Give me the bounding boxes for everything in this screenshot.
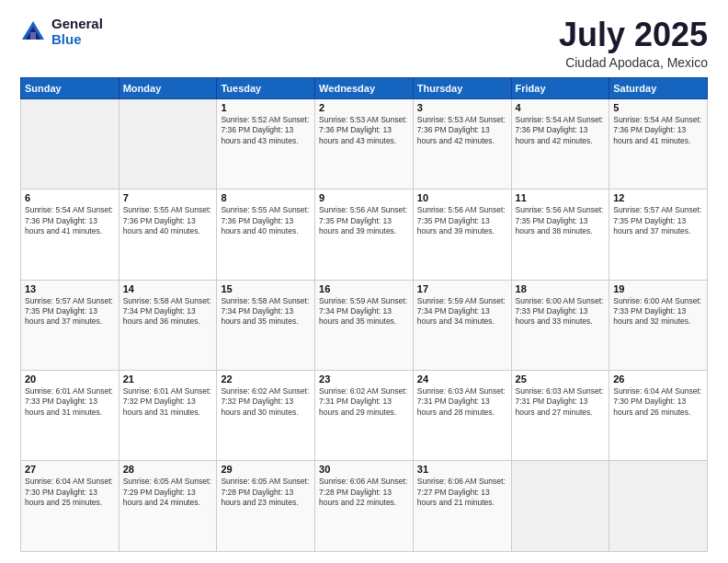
day-number: 28 xyxy=(123,464,213,475)
day-number: 12 xyxy=(613,192,703,203)
day-info: Sunrise: 6:06 AM Sunset: 7:27 PM Dayligh… xyxy=(417,477,507,508)
calendar-day-cell: 18Sunrise: 6:00 AM Sunset: 7:33 PM Dayli… xyxy=(511,280,609,370)
calendar-day-cell: 20Sunrise: 6:01 AM Sunset: 7:33 PM Dayli… xyxy=(21,371,119,461)
calendar-day-header: Sunday xyxy=(21,77,119,98)
location: Ciudad Apodaca, Mexico xyxy=(559,55,708,70)
day-info: Sunrise: 6:02 AM Sunset: 7:31 PM Dayligh… xyxy=(319,386,409,418)
calendar-day-cell: 2Sunrise: 5:53 AM Sunset: 7:36 PM Daylig… xyxy=(315,98,414,189)
calendar-day-header: Saturday xyxy=(609,77,708,98)
calendar-day-cell: 27Sunrise: 6:04 AM Sunset: 7:30 PM Dayli… xyxy=(21,461,119,552)
logo-general: General xyxy=(51,17,103,32)
day-info: Sunrise: 6:05 AM Sunset: 7:29 PM Dayligh… xyxy=(123,477,213,508)
calendar-day-cell xyxy=(119,98,217,189)
day-info: Sunrise: 6:05 AM Sunset: 7:28 PM Dayligh… xyxy=(221,477,311,508)
day-info: Sunrise: 5:54 AM Sunset: 7:36 PM Dayligh… xyxy=(25,205,115,236)
calendar-day-cell: 13Sunrise: 5:57 AM Sunset: 7:35 PM Dayli… xyxy=(21,280,119,370)
calendar-day-header: Monday xyxy=(119,77,217,98)
day-number: 30 xyxy=(319,464,409,475)
logo-text: General Blue xyxy=(51,17,103,47)
calendar-day-cell: 22Sunrise: 6:02 AM Sunset: 7:32 PM Dayli… xyxy=(217,371,315,461)
day-info: Sunrise: 6:06 AM Sunset: 7:28 PM Dayligh… xyxy=(319,477,409,508)
day-number: 31 xyxy=(417,464,507,475)
day-info: Sunrise: 5:55 AM Sunset: 7:36 PM Dayligh… xyxy=(123,205,213,236)
day-number: 2 xyxy=(319,102,409,113)
calendar-day-cell: 5Sunrise: 5:54 AM Sunset: 7:36 PM Daylig… xyxy=(609,98,708,189)
day-number: 17 xyxy=(417,283,507,294)
calendar-day-cell: 3Sunrise: 5:53 AM Sunset: 7:36 PM Daylig… xyxy=(413,98,511,189)
day-info: Sunrise: 5:59 AM Sunset: 7:34 PM Dayligh… xyxy=(319,296,409,327)
day-info: Sunrise: 5:57 AM Sunset: 7:35 PM Dayligh… xyxy=(613,205,703,236)
day-number: 5 xyxy=(613,102,703,113)
day-info: Sunrise: 5:55 AM Sunset: 7:36 PM Dayligh… xyxy=(221,205,311,236)
day-number: 18 xyxy=(516,283,606,294)
day-info: Sunrise: 6:04 AM Sunset: 7:30 PM Dayligh… xyxy=(613,386,703,418)
calendar-day-cell: 16Sunrise: 5:59 AM Sunset: 7:34 PM Dayli… xyxy=(315,280,414,370)
calendar-day-cell: 17Sunrise: 5:59 AM Sunset: 7:34 PM Dayli… xyxy=(413,280,511,370)
day-number: 21 xyxy=(123,373,213,385)
day-number: 6 xyxy=(25,192,115,203)
svg-rect-2 xyxy=(30,32,36,40)
calendar-day-cell: 28Sunrise: 6:05 AM Sunset: 7:29 PM Dayli… xyxy=(119,461,217,552)
calendar-day-cell: 7Sunrise: 5:55 AM Sunset: 7:36 PM Daylig… xyxy=(119,190,217,280)
calendar-day-cell: 9Sunrise: 5:56 AM Sunset: 7:35 PM Daylig… xyxy=(315,190,414,280)
logo-icon xyxy=(20,19,46,45)
day-info: Sunrise: 5:56 AM Sunset: 7:35 PM Dayligh… xyxy=(417,205,507,236)
calendar-day-cell: 26Sunrise: 6:04 AM Sunset: 7:30 PM Dayli… xyxy=(609,371,708,461)
calendar-week-row: 1Sunrise: 5:52 AM Sunset: 7:36 PM Daylig… xyxy=(21,98,708,189)
calendar-day-cell: 21Sunrise: 6:01 AM Sunset: 7:32 PM Dayli… xyxy=(119,371,217,461)
calendar-day-cell: 6Sunrise: 5:54 AM Sunset: 7:36 PM Daylig… xyxy=(21,190,119,280)
day-info: Sunrise: 5:59 AM Sunset: 7:34 PM Dayligh… xyxy=(417,296,507,327)
day-number: 16 xyxy=(319,283,409,294)
day-number: 11 xyxy=(516,192,606,203)
day-info: Sunrise: 5:58 AM Sunset: 7:34 PM Dayligh… xyxy=(123,296,213,327)
day-number: 4 xyxy=(516,102,606,113)
calendar-day-cell: 4Sunrise: 5:54 AM Sunset: 7:36 PM Daylig… xyxy=(511,98,609,189)
calendar-day-cell: 14Sunrise: 5:58 AM Sunset: 7:34 PM Dayli… xyxy=(119,280,217,370)
day-number: 25 xyxy=(516,373,606,385)
day-number: 3 xyxy=(417,102,507,113)
calendar-day-header: Friday xyxy=(511,77,609,98)
logo: General Blue xyxy=(20,17,103,47)
day-info: Sunrise: 5:56 AM Sunset: 7:35 PM Dayligh… xyxy=(319,205,409,236)
day-number: 27 xyxy=(25,464,115,475)
calendar-week-row: 27Sunrise: 6:04 AM Sunset: 7:30 PM Dayli… xyxy=(21,461,708,552)
calendar-table: SundayMondayTuesdayWednesdayThursdayFrid… xyxy=(20,77,708,552)
calendar-day-cell xyxy=(21,98,119,189)
day-number: 29 xyxy=(221,464,311,475)
day-number: 22 xyxy=(221,373,311,385)
day-number: 10 xyxy=(417,192,507,203)
calendar-day-cell xyxy=(511,461,609,552)
day-number: 26 xyxy=(613,373,703,385)
day-info: Sunrise: 6:01 AM Sunset: 7:32 PM Dayligh… xyxy=(123,386,213,418)
day-number: 9 xyxy=(319,192,409,203)
day-number: 19 xyxy=(613,283,703,294)
calendar-day-cell: 31Sunrise: 6:06 AM Sunset: 7:27 PM Dayli… xyxy=(413,461,511,552)
day-info: Sunrise: 6:01 AM Sunset: 7:33 PM Dayligh… xyxy=(25,386,115,418)
calendar-day-cell xyxy=(609,461,708,552)
calendar-day-header: Wednesday xyxy=(315,77,414,98)
month-title: July 2025 xyxy=(559,17,708,53)
calendar-day-cell: 29Sunrise: 6:05 AM Sunset: 7:28 PM Dayli… xyxy=(217,461,315,552)
day-number: 24 xyxy=(417,373,507,385)
day-number: 23 xyxy=(319,373,409,385)
day-info: Sunrise: 5:56 AM Sunset: 7:35 PM Dayligh… xyxy=(516,205,606,236)
calendar-day-header: Thursday xyxy=(413,77,511,98)
day-info: Sunrise: 5:54 AM Sunset: 7:36 PM Dayligh… xyxy=(613,115,703,146)
calendar-day-header: Tuesday xyxy=(217,77,315,98)
day-number: 1 xyxy=(221,102,311,113)
day-info: Sunrise: 5:53 AM Sunset: 7:36 PM Dayligh… xyxy=(319,115,409,146)
day-info: Sunrise: 6:02 AM Sunset: 7:32 PM Dayligh… xyxy=(221,386,311,418)
calendar-day-cell: 15Sunrise: 5:58 AM Sunset: 7:34 PM Dayli… xyxy=(217,280,315,370)
page: General Blue July 2025 Ciudad Apodaca, M… xyxy=(0,0,728,563)
day-number: 8 xyxy=(221,192,311,203)
calendar-day-cell: 12Sunrise: 5:57 AM Sunset: 7:35 PM Dayli… xyxy=(609,190,708,280)
day-info: Sunrise: 5:53 AM Sunset: 7:36 PM Dayligh… xyxy=(417,115,507,146)
calendar-day-cell: 1Sunrise: 5:52 AM Sunset: 7:36 PM Daylig… xyxy=(217,98,315,189)
calendar-week-row: 6Sunrise: 5:54 AM Sunset: 7:36 PM Daylig… xyxy=(21,190,708,280)
header: General Blue July 2025 Ciudad Apodaca, M… xyxy=(20,17,708,70)
day-info: Sunrise: 5:52 AM Sunset: 7:36 PM Dayligh… xyxy=(221,115,311,146)
day-number: 20 xyxy=(25,373,115,385)
calendar-day-cell: 8Sunrise: 5:55 AM Sunset: 7:36 PM Daylig… xyxy=(217,190,315,280)
calendar-day-cell: 10Sunrise: 5:56 AM Sunset: 7:35 PM Dayli… xyxy=(413,190,511,280)
day-info: Sunrise: 6:04 AM Sunset: 7:30 PM Dayligh… xyxy=(25,477,115,508)
